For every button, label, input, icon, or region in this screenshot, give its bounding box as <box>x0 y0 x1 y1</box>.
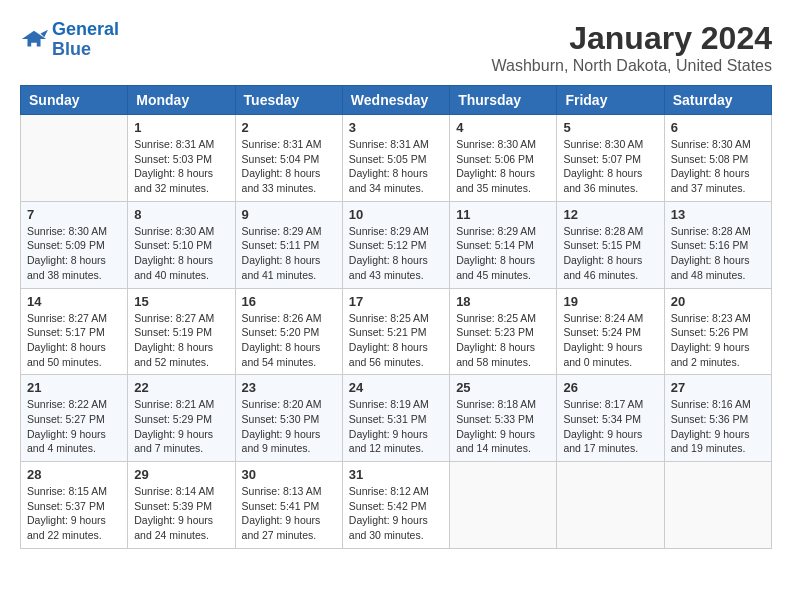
calendar-cell: 4Sunrise: 8:30 AM Sunset: 5:06 PM Daylig… <box>450 115 557 202</box>
calendar-week-row: 28Sunrise: 8:15 AM Sunset: 5:37 PM Dayli… <box>21 462 772 549</box>
calendar-cell: 24Sunrise: 8:19 AM Sunset: 5:31 PM Dayli… <box>342 375 449 462</box>
calendar-subtitle: Washburn, North Dakota, United States <box>492 57 772 75</box>
day-info: Sunrise: 8:25 AM Sunset: 5:23 PM Dayligh… <box>456 311 550 370</box>
calendar-cell: 3Sunrise: 8:31 AM Sunset: 5:05 PM Daylig… <box>342 115 449 202</box>
day-header-sunday: Sunday <box>21 86 128 115</box>
calendar-cell: 12Sunrise: 8:28 AM Sunset: 5:15 PM Dayli… <box>557 201 664 288</box>
day-info: Sunrise: 8:27 AM Sunset: 5:17 PM Dayligh… <box>27 311 121 370</box>
day-info: Sunrise: 8:22 AM Sunset: 5:27 PM Dayligh… <box>27 397 121 456</box>
calendar-week-row: 7Sunrise: 8:30 AM Sunset: 5:09 PM Daylig… <box>21 201 772 288</box>
day-info: Sunrise: 8:30 AM Sunset: 5:08 PM Dayligh… <box>671 137 765 196</box>
day-info: Sunrise: 8:17 AM Sunset: 5:34 PM Dayligh… <box>563 397 657 456</box>
calendar-cell: 29Sunrise: 8:14 AM Sunset: 5:39 PM Dayli… <box>128 462 235 549</box>
day-number: 5 <box>563 120 657 135</box>
day-info: Sunrise: 8:29 AM Sunset: 5:12 PM Dayligh… <box>349 224 443 283</box>
day-number: 23 <box>242 380 336 395</box>
day-number: 8 <box>134 207 228 222</box>
day-number: 20 <box>671 294 765 309</box>
calendar-cell: 6Sunrise: 8:30 AM Sunset: 5:08 PM Daylig… <box>664 115 771 202</box>
day-info: Sunrise: 8:29 AM Sunset: 5:11 PM Dayligh… <box>242 224 336 283</box>
calendar-week-row: 21Sunrise: 8:22 AM Sunset: 5:27 PM Dayli… <box>21 375 772 462</box>
calendar-week-row: 14Sunrise: 8:27 AM Sunset: 5:17 PM Dayli… <box>21 288 772 375</box>
day-number: 15 <box>134 294 228 309</box>
day-number: 9 <box>242 207 336 222</box>
calendar-week-row: 1Sunrise: 8:31 AM Sunset: 5:03 PM Daylig… <box>21 115 772 202</box>
day-header-tuesday: Tuesday <box>235 86 342 115</box>
day-info: Sunrise: 8:31 AM Sunset: 5:04 PM Dayligh… <box>242 137 336 196</box>
day-number: 29 <box>134 467 228 482</box>
day-number: 19 <box>563 294 657 309</box>
day-info: Sunrise: 8:27 AM Sunset: 5:19 PM Dayligh… <box>134 311 228 370</box>
day-info: Sunrise: 8:26 AM Sunset: 5:20 PM Dayligh… <box>242 311 336 370</box>
day-number: 17 <box>349 294 443 309</box>
day-info: Sunrise: 8:31 AM Sunset: 5:03 PM Dayligh… <box>134 137 228 196</box>
day-number: 26 <box>563 380 657 395</box>
day-number: 10 <box>349 207 443 222</box>
day-info: Sunrise: 8:23 AM Sunset: 5:26 PM Dayligh… <box>671 311 765 370</box>
day-info: Sunrise: 8:31 AM Sunset: 5:05 PM Dayligh… <box>349 137 443 196</box>
day-number: 28 <box>27 467 121 482</box>
logo: General Blue <box>20 20 119 60</box>
day-header-wednesday: Wednesday <box>342 86 449 115</box>
calendar-cell: 5Sunrise: 8:30 AM Sunset: 5:07 PM Daylig… <box>557 115 664 202</box>
calendar-cell: 8Sunrise: 8:30 AM Sunset: 5:10 PM Daylig… <box>128 201 235 288</box>
day-header-monday: Monday <box>128 86 235 115</box>
day-info: Sunrise: 8:13 AM Sunset: 5:41 PM Dayligh… <box>242 484 336 543</box>
calendar-cell <box>450 462 557 549</box>
day-number: 7 <box>27 207 121 222</box>
day-header-thursday: Thursday <box>450 86 557 115</box>
day-number: 6 <box>671 120 765 135</box>
day-info: Sunrise: 8:21 AM Sunset: 5:29 PM Dayligh… <box>134 397 228 456</box>
calendar-cell <box>21 115 128 202</box>
day-info: Sunrise: 8:14 AM Sunset: 5:39 PM Dayligh… <box>134 484 228 543</box>
day-number: 3 <box>349 120 443 135</box>
day-info: Sunrise: 8:12 AM Sunset: 5:42 PM Dayligh… <box>349 484 443 543</box>
calendar-cell: 20Sunrise: 8:23 AM Sunset: 5:26 PM Dayli… <box>664 288 771 375</box>
logo-line2: Blue <box>52 39 91 59</box>
page-header: General Blue January 2024 Washburn, Nort… <box>20 20 772 75</box>
day-info: Sunrise: 8:29 AM Sunset: 5:14 PM Dayligh… <box>456 224 550 283</box>
day-number: 1 <box>134 120 228 135</box>
day-info: Sunrise: 8:30 AM Sunset: 5:09 PM Dayligh… <box>27 224 121 283</box>
calendar-cell: 23Sunrise: 8:20 AM Sunset: 5:30 PM Dayli… <box>235 375 342 462</box>
calendar-cell: 18Sunrise: 8:25 AM Sunset: 5:23 PM Dayli… <box>450 288 557 375</box>
day-number: 16 <box>242 294 336 309</box>
day-info: Sunrise: 8:30 AM Sunset: 5:07 PM Dayligh… <box>563 137 657 196</box>
calendar-cell: 26Sunrise: 8:17 AM Sunset: 5:34 PM Dayli… <box>557 375 664 462</box>
day-info: Sunrise: 8:30 AM Sunset: 5:06 PM Dayligh… <box>456 137 550 196</box>
calendar-cell: 19Sunrise: 8:24 AM Sunset: 5:24 PM Dayli… <box>557 288 664 375</box>
calendar-cell: 22Sunrise: 8:21 AM Sunset: 5:29 PM Dayli… <box>128 375 235 462</box>
day-info: Sunrise: 8:18 AM Sunset: 5:33 PM Dayligh… <box>456 397 550 456</box>
calendar-cell <box>557 462 664 549</box>
calendar-cell: 25Sunrise: 8:18 AM Sunset: 5:33 PM Dayli… <box>450 375 557 462</box>
logo-bird-icon <box>20 26 48 54</box>
day-number: 13 <box>671 207 765 222</box>
calendar-table: SundayMondayTuesdayWednesdayThursdayFrid… <box>20 85 772 549</box>
day-number: 24 <box>349 380 443 395</box>
calendar-cell: 10Sunrise: 8:29 AM Sunset: 5:12 PM Dayli… <box>342 201 449 288</box>
day-info: Sunrise: 8:19 AM Sunset: 5:31 PM Dayligh… <box>349 397 443 456</box>
calendar-header-row: SundayMondayTuesdayWednesdayThursdayFrid… <box>21 86 772 115</box>
calendar-cell: 28Sunrise: 8:15 AM Sunset: 5:37 PM Dayli… <box>21 462 128 549</box>
title-block: January 2024 Washburn, North Dakota, Uni… <box>492 20 772 75</box>
calendar-cell: 14Sunrise: 8:27 AM Sunset: 5:17 PM Dayli… <box>21 288 128 375</box>
calendar-cell <box>664 462 771 549</box>
calendar-cell: 1Sunrise: 8:31 AM Sunset: 5:03 PM Daylig… <box>128 115 235 202</box>
day-number: 31 <box>349 467 443 482</box>
day-number: 2 <box>242 120 336 135</box>
day-info: Sunrise: 8:20 AM Sunset: 5:30 PM Dayligh… <box>242 397 336 456</box>
day-number: 4 <box>456 120 550 135</box>
calendar-cell: 27Sunrise: 8:16 AM Sunset: 5:36 PM Dayli… <box>664 375 771 462</box>
day-number: 14 <box>27 294 121 309</box>
calendar-cell: 16Sunrise: 8:26 AM Sunset: 5:20 PM Dayli… <box>235 288 342 375</box>
calendar-cell: 7Sunrise: 8:30 AM Sunset: 5:09 PM Daylig… <box>21 201 128 288</box>
day-info: Sunrise: 8:15 AM Sunset: 5:37 PM Dayligh… <box>27 484 121 543</box>
day-number: 30 <box>242 467 336 482</box>
day-info: Sunrise: 8:16 AM Sunset: 5:36 PM Dayligh… <box>671 397 765 456</box>
day-info: Sunrise: 8:28 AM Sunset: 5:16 PM Dayligh… <box>671 224 765 283</box>
day-number: 11 <box>456 207 550 222</box>
calendar-cell: 11Sunrise: 8:29 AM Sunset: 5:14 PM Dayli… <box>450 201 557 288</box>
calendar-cell: 2Sunrise: 8:31 AM Sunset: 5:04 PM Daylig… <box>235 115 342 202</box>
calendar-title: January 2024 <box>492 20 772 57</box>
calendar-cell: 15Sunrise: 8:27 AM Sunset: 5:19 PM Dayli… <box>128 288 235 375</box>
